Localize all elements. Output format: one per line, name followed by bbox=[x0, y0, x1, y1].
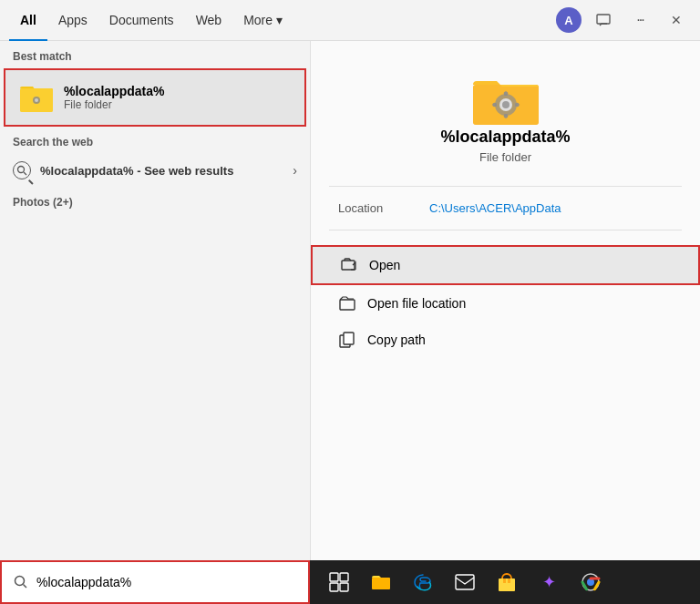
web-search-label: Search the web bbox=[0, 127, 310, 154]
svg-point-24 bbox=[15, 577, 25, 586]
task-view-icon[interactable] bbox=[319, 562, 359, 602]
mail-icon[interactable] bbox=[445, 562, 485, 602]
photos-label: Photos (2+) bbox=[0, 187, 310, 214]
detail-divider-2 bbox=[329, 230, 682, 230]
web-search-arrow-icon: › bbox=[293, 163, 297, 178]
left-panel: Best match %localappdata% F bbox=[0, 41, 310, 604]
copy-path-label: Copy path bbox=[367, 333, 426, 347]
open-button[interactable]: Open bbox=[311, 245, 700, 285]
svg-rect-0 bbox=[597, 15, 610, 24]
search-input-container bbox=[0, 560, 310, 604]
close-icon[interactable]: ✕ bbox=[662, 5, 691, 35]
folder-icon-small bbox=[18, 79, 55, 116]
svg-rect-26 bbox=[330, 573, 338, 581]
svg-rect-33 bbox=[503, 578, 506, 583]
open-icon bbox=[340, 256, 358, 274]
svg-rect-20 bbox=[342, 261, 355, 270]
right-panel: %localappdata% File folder Location C:\U… bbox=[310, 41, 700, 604]
taskbar-search-icon bbox=[13, 574, 29, 590]
svg-rect-23 bbox=[344, 333, 354, 344]
location-label: Location bbox=[338, 201, 429, 215]
more-options-icon[interactable]: ··· bbox=[625, 5, 654, 35]
avatar[interactable]: A bbox=[556, 7, 582, 33]
open-file-location-icon bbox=[338, 294, 356, 312]
chrome-icon[interactable] bbox=[571, 562, 611, 602]
folder-icon-large bbox=[469, 68, 542, 128]
svg-rect-29 bbox=[340, 583, 348, 591]
file-explorer-icon[interactable] bbox=[361, 562, 401, 602]
best-match-label: Best match bbox=[0, 41, 310, 68]
svg-line-6 bbox=[24, 172, 26, 175]
best-match-title: %localappdata% bbox=[64, 84, 164, 98]
tab-apps[interactable]: Apps bbox=[47, 0, 98, 41]
search-icon bbox=[13, 161, 31, 179]
best-match-item[interactable]: %localappdata% File folder bbox=[4, 68, 306, 127]
detail-divider bbox=[329, 186, 682, 187]
copy-path-icon bbox=[338, 331, 356, 349]
svg-rect-30 bbox=[372, 578, 390, 589]
svg-rect-27 bbox=[340, 573, 348, 581]
taskbar: ✦ bbox=[0, 560, 700, 604]
content-area: Best match %localappdata% F bbox=[0, 41, 700, 604]
tab-more[interactable]: More ▾ bbox=[232, 0, 293, 41]
edge-icon[interactable] bbox=[403, 562, 443, 602]
web-search-item[interactable]: %localappdata% - See web results › bbox=[0, 154, 310, 187]
svg-rect-34 bbox=[508, 578, 510, 583]
open-file-location-label: Open file location bbox=[367, 296, 466, 311]
best-match-text: %localappdata% File folder bbox=[64, 84, 164, 111]
tab-documents[interactable]: Documents bbox=[98, 0, 185, 41]
web-search-text: %localappdata% - See web results bbox=[40, 164, 233, 178]
nav-tabs: All Apps Documents Web More ▾ A ··· ✕ bbox=[0, 0, 700, 41]
figma-icon[interactable]: ✦ bbox=[529, 562, 569, 602]
svg-rect-28 bbox=[330, 583, 338, 591]
detail-subtitle: File folder bbox=[479, 150, 531, 164]
feedback-icon[interactable] bbox=[589, 5, 618, 35]
tab-web[interactable]: Web bbox=[185, 0, 233, 41]
location-value[interactable]: C:\Users\ACER\AppData bbox=[429, 201, 561, 215]
svg-line-25 bbox=[24, 585, 27, 589]
svg-rect-21 bbox=[340, 300, 355, 310]
copy-path-button[interactable]: Copy path bbox=[311, 322, 700, 358]
best-match-subtitle: File folder bbox=[64, 98, 164, 111]
store-icon[interactable] bbox=[487, 562, 527, 602]
svg-point-11 bbox=[502, 101, 510, 108]
open-label: Open bbox=[369, 258, 400, 272]
open-file-location-button[interactable]: Open file location bbox=[311, 285, 700, 322]
svg-point-5 bbox=[18, 167, 25, 173]
tab-all[interactable]: All bbox=[9, 0, 47, 41]
detail-title: %localappdata% bbox=[440, 128, 570, 147]
search-input[interactable] bbox=[36, 575, 297, 589]
svg-point-4 bbox=[35, 98, 38, 102]
nav-right: A ··· ✕ bbox=[556, 5, 691, 35]
detail-location-row: Location C:\Users\ACER\AppData bbox=[329, 201, 682, 215]
svg-rect-32 bbox=[499, 578, 515, 591]
search-panel: All Apps Documents Web More ▾ A ··· ✕ Be… bbox=[0, 0, 700, 604]
svg-rect-31 bbox=[456, 575, 474, 589]
